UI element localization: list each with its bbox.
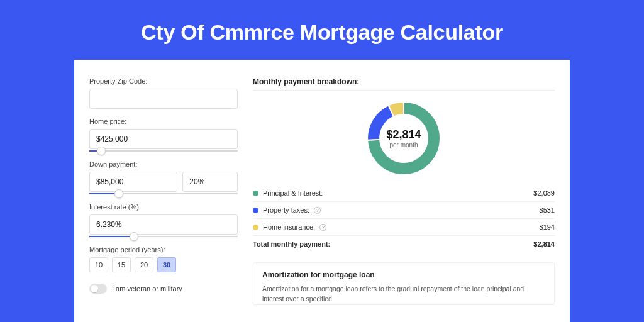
period-button-20[interactable]: 20 xyxy=(135,257,153,272)
legend-label: Property taxes: xyxy=(263,206,309,214)
legend-value: $531 xyxy=(540,206,555,214)
down-payment-row: Down payment: xyxy=(89,160,238,194)
blue-dot-icon xyxy=(253,208,258,213)
donut-sub: per month xyxy=(389,142,418,148)
veteran-label: I am veteran or military xyxy=(112,285,182,292)
legend-value: $2,089 xyxy=(533,189,555,197)
interest-row: Interest rate (%): xyxy=(89,203,238,237)
total-label: Total monthly payment: xyxy=(253,240,330,248)
period-button-15[interactable]: 15 xyxy=(112,257,131,272)
down-payment-slider[interactable] xyxy=(89,193,238,194)
veteran-row: I am veteran or military xyxy=(89,284,238,294)
breakdown-panel: Monthly payment breakdown: $2,814 per mo… xyxy=(253,77,555,322)
legend-row: Home insurance:?$194 xyxy=(253,218,555,235)
home-price-label: Home price: xyxy=(89,118,238,125)
donut-chart: $2,814 per month xyxy=(253,91,555,185)
total-row: Total monthly payment: $2,814 xyxy=(253,235,555,252)
breakdown-header: Monthly payment breakdown: xyxy=(253,77,555,91)
legend-row: Property taxes:?$531 xyxy=(253,201,555,218)
total-value: $2,814 xyxy=(533,240,555,248)
zip-input[interactable] xyxy=(89,89,238,109)
legend-value: $194 xyxy=(540,223,555,231)
amortization-text: Amortization for a mortgage loan refers … xyxy=(262,284,545,304)
amortization-box: Amortization for mortgage loan Amortizat… xyxy=(253,262,555,305)
zip-label: Property Zip Code: xyxy=(89,77,238,85)
interest-slider[interactable] xyxy=(89,236,238,237)
page-title: Cty Of Cmmrce Mortgage Calculator xyxy=(0,0,644,60)
calculator-card: Property Zip Code: Home price: Down paym… xyxy=(74,60,570,322)
home-price-slider[interactable] xyxy=(89,150,238,152)
down-payment-label: Down payment: xyxy=(89,160,238,168)
amortization-title: Amortization for mortgage loan xyxy=(262,270,545,279)
interest-label: Interest rate (%): xyxy=(89,203,238,211)
home-price-input[interactable] xyxy=(89,129,238,149)
period-label: Mortgage period (years): xyxy=(89,246,238,253)
slider-thumb[interactable] xyxy=(97,147,106,155)
period-row: Mortgage period (years): 10152030 xyxy=(89,246,238,272)
period-button-10[interactable]: 10 xyxy=(89,257,108,272)
slider-thumb[interactable] xyxy=(114,189,123,198)
down-payment-percent-input[interactable] xyxy=(182,172,238,192)
period-button-30[interactable]: 30 xyxy=(157,257,176,272)
interest-input[interactable] xyxy=(89,214,238,235)
help-icon[interactable]: ? xyxy=(314,207,321,214)
legend-label: Principal & Interest: xyxy=(263,189,323,197)
input-panel: Property Zip Code: Home price: Down paym… xyxy=(89,77,238,322)
veteran-toggle[interactable] xyxy=(89,284,107,294)
legend-list: Principal & Interest:$2,089Property taxe… xyxy=(253,185,555,235)
slider-thumb[interactable] xyxy=(130,232,138,241)
yellow-dot-icon xyxy=(253,225,258,230)
help-icon[interactable]: ? xyxy=(319,224,326,231)
home-price-row: Home price: xyxy=(89,118,238,152)
donut-amount: $2,814 xyxy=(386,128,421,142)
toggle-knob xyxy=(91,285,98,292)
green-dot-icon xyxy=(253,191,258,196)
zip-row: Property Zip Code: xyxy=(89,77,238,109)
legend-label: Home insurance: xyxy=(263,223,315,231)
legend-row: Principal & Interest:$2,089 xyxy=(253,185,555,201)
down-payment-amount-input[interactable] xyxy=(89,172,177,192)
period-buttons: 10152030 xyxy=(89,257,238,272)
